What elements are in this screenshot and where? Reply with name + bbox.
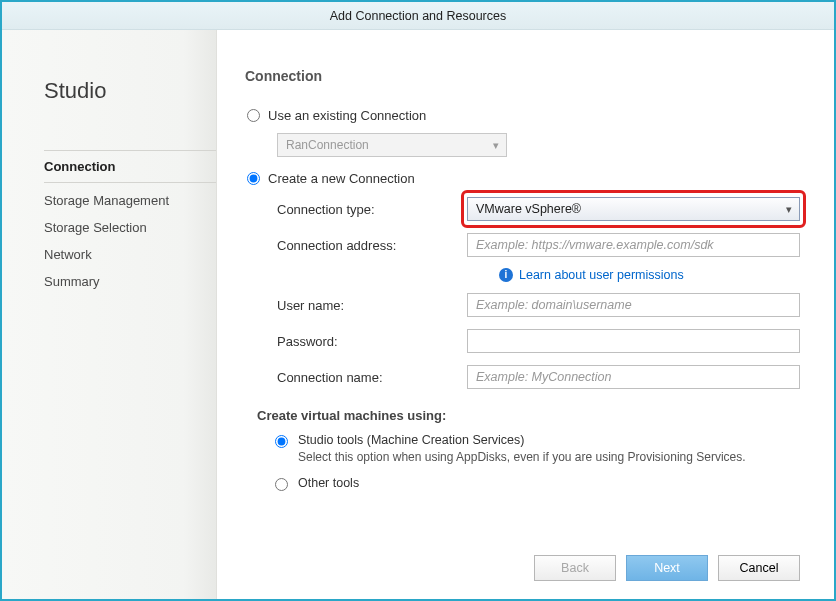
nav-storage-selection[interactable]: Storage Selection: [44, 214, 216, 241]
cancel-button[interactable]: Cancel: [718, 555, 800, 581]
connection-address-input[interactable]: [467, 233, 800, 257]
learn-permissions-link[interactable]: i Learn about user permissions: [499, 268, 800, 282]
body: Studio Connection Storage Management Sto…: [2, 30, 834, 599]
wizard-window: Add Connection and Resources Studio Conn…: [0, 0, 836, 601]
learn-permissions-text: Learn about user permissions: [519, 268, 684, 282]
app-title: Studio: [44, 78, 216, 104]
nav-storage-management[interactable]: Storage Management: [44, 187, 216, 214]
username-input[interactable]: [467, 293, 800, 317]
username-label: User name:: [277, 298, 467, 313]
connection-type-label: Connection type:: [277, 202, 467, 217]
connection-name-input[interactable]: [467, 365, 800, 389]
main-panel: Connection Use an existing Connection Ra…: [217, 30, 834, 599]
connection-type-select[interactable]: VMware vSphere®: [467, 197, 800, 221]
info-icon: i: [499, 268, 513, 282]
connection-address-label: Connection address:: [277, 238, 467, 253]
radio-create-label: Create a new Connection: [268, 171, 415, 186]
existing-connection-select: RanConnection: [277, 133, 507, 157]
nav-summary[interactable]: Summary: [44, 268, 216, 295]
create-form: Connection type: VMware vSphere® Connect…: [277, 196, 800, 390]
sidebar: Studio Connection Storage Management Sto…: [2, 30, 217, 599]
connection-name-label: Connection name:: [277, 370, 467, 385]
studio-tools-desc: Select this option when using AppDisks, …: [298, 450, 746, 464]
page-title: Connection: [245, 68, 800, 84]
password-label: Password:: [277, 334, 467, 349]
other-tools-title: Other tools: [298, 476, 359, 490]
wizard-footer: Back Next Cancel: [534, 555, 800, 581]
radio-studio-tools[interactable]: [275, 435, 288, 448]
password-input[interactable]: [467, 329, 800, 353]
back-button: Back: [534, 555, 616, 581]
next-button[interactable]: Next: [626, 555, 708, 581]
radio-other-tools[interactable]: [275, 478, 288, 491]
vm-heading: Create virtual machines using:: [257, 408, 800, 423]
window-title: Add Connection and Resources: [2, 2, 834, 30]
radio-existing-label: Use an existing Connection: [268, 108, 426, 123]
radio-create[interactable]: [247, 172, 260, 185]
radio-existing-row[interactable]: Use an existing Connection: [245, 108, 800, 123]
radio-existing[interactable]: [247, 109, 260, 122]
nav-connection[interactable]: Connection: [44, 150, 216, 183]
nav-network[interactable]: Network: [44, 241, 216, 268]
create-vm-options: Studio tools (Machine Creation Services)…: [275, 433, 800, 493]
radio-create-row[interactable]: Create a new Connection: [245, 171, 800, 186]
studio-tools-title: Studio tools (Machine Creation Services): [298, 433, 746, 447]
